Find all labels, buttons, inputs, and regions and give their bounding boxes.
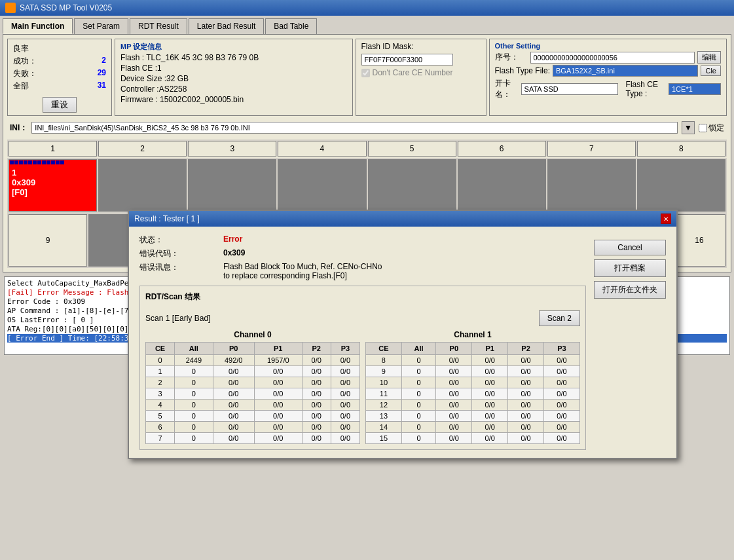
table-cell: 0/0 bbox=[436, 355, 472, 366]
scan1-label: Scan 1 [Early Bad] bbox=[145, 314, 210, 323]
table-cell: 0 bbox=[175, 411, 213, 422]
table-cell: 0 bbox=[401, 422, 436, 433]
table-cell: 4 bbox=[146, 400, 175, 411]
table-row: 1400/00/00/00/0 bbox=[366, 422, 580, 433]
table-cell: 0 bbox=[146, 355, 175, 366]
table-cell: 0/0 bbox=[472, 366, 508, 377]
ch1-header-all: All bbox=[401, 343, 436, 355]
table-cell: 0/0 bbox=[472, 433, 508, 444]
table-cell: 2 bbox=[146, 377, 175, 388]
ch1-header-p2: P2 bbox=[508, 343, 544, 355]
table-cell: 0/0 bbox=[436, 388, 472, 400]
scan-header-row: RDT/Scan 结果 bbox=[145, 291, 580, 307]
open-file-button[interactable]: 打开档案 bbox=[594, 259, 666, 277]
table-cell: 0/0 bbox=[544, 411, 580, 422]
table-cell: 0/0 bbox=[331, 433, 359, 444]
table-row: 1200/00/00/00/0 bbox=[366, 400, 580, 411]
table-cell: 0/0 bbox=[544, 377, 580, 388]
table-cell: 13 bbox=[366, 411, 402, 422]
table-cell: 0 bbox=[401, 355, 436, 366]
table-cell: 0/0 bbox=[472, 355, 508, 366]
table-cell: 0/0 bbox=[302, 400, 331, 411]
table-cell: 10 bbox=[366, 377, 402, 388]
ch0-header-all: All bbox=[175, 343, 213, 355]
table-cell: 0/0 bbox=[544, 422, 580, 433]
modal-titlebar: Result : Tester [ 1 ] ✕ bbox=[129, 211, 676, 227]
table-cell: 0/0 bbox=[331, 400, 359, 411]
table-cell: 0/0 bbox=[213, 377, 254, 388]
table-cell: 0/0 bbox=[254, 411, 302, 422]
table-row: 900/00/00/00/0 bbox=[366, 366, 580, 377]
table-cell: 11 bbox=[366, 388, 402, 400]
table-cell: 0 bbox=[175, 433, 213, 444]
table-cell: 0/0 bbox=[254, 433, 302, 444]
table-cell: 0/0 bbox=[472, 422, 508, 433]
table-cell: 12 bbox=[366, 400, 402, 411]
table-cell: 0/0 bbox=[436, 377, 472, 388]
table-cell: 0/0 bbox=[302, 422, 331, 433]
table-cell: 0/0 bbox=[508, 433, 544, 444]
cancel-button[interactable]: Cancel bbox=[594, 240, 666, 255]
table-row: 800/00/00/00/0 bbox=[366, 355, 580, 366]
open-folder-button[interactable]: 打开所在文件夹 bbox=[594, 281, 666, 299]
table-cell: 0/0 bbox=[331, 355, 359, 366]
ch0-header-p3: P3 bbox=[331, 343, 359, 355]
table-cell: 0/0 bbox=[544, 400, 580, 411]
table-cell: 0/0 bbox=[331, 366, 359, 377]
error-code-value: 0x309 bbox=[223, 248, 586, 259]
table-cell: 0/0 bbox=[331, 388, 359, 400]
table-cell: 15 bbox=[366, 433, 402, 444]
table-cell: 0/0 bbox=[331, 422, 359, 433]
ch0-header-ce: CE bbox=[146, 343, 175, 355]
modal-close-button[interactable]: ✕ bbox=[661, 214, 671, 224]
table-cell: 0/0 bbox=[213, 388, 254, 400]
table-cell: 8 bbox=[366, 355, 402, 366]
channel0-header-row: CE All P0 P1 P2 P3 bbox=[146, 343, 360, 355]
ch0-header-p1: P1 bbox=[254, 343, 302, 355]
table-cell: 0/0 bbox=[472, 400, 508, 411]
table-row: 300/00/00/00/0 bbox=[146, 388, 360, 400]
table-cell: 0/0 bbox=[213, 433, 254, 444]
table-cell: 1 bbox=[146, 366, 175, 377]
table-cell: 3 bbox=[146, 388, 175, 400]
table-cell: 0/0 bbox=[302, 433, 331, 444]
table-cell: 0/0 bbox=[254, 422, 302, 433]
table-cell: 0/0 bbox=[508, 377, 544, 388]
error-code-label: 错误代码： bbox=[139, 248, 218, 259]
table-row: 1500/00/00/00/0 bbox=[366, 433, 580, 444]
table-cell: 0/0 bbox=[213, 366, 254, 377]
channel0-title: Channel 0 bbox=[145, 330, 360, 339]
scan2-button[interactable]: Scan 2 bbox=[539, 310, 580, 326]
table-cell: 0/0 bbox=[302, 411, 331, 422]
table-cell: 0/0 bbox=[436, 400, 472, 411]
table-cell: 0/0 bbox=[213, 411, 254, 422]
table-cell: 0/0 bbox=[213, 400, 254, 411]
table-row: 1100/00/00/00/0 bbox=[366, 388, 580, 400]
table-cell: 0 bbox=[401, 388, 436, 400]
table-cell: 0/0 bbox=[544, 433, 580, 444]
scan1-row: Scan 1 [Early Bad] Scan 2 bbox=[145, 310, 580, 326]
table-cell: 0 bbox=[401, 366, 436, 377]
channel1-table: CE All P0 P1 P2 P3 bbox=[365, 342, 580, 444]
modal-left: 状态： Error 错误代码： 0x309 错误讯息： Flash Bad Bl… bbox=[139, 234, 586, 450]
channel0-table: CE All P0 P1 P2 P3 bbox=[145, 342, 360, 444]
table-cell: 0/0 bbox=[254, 400, 302, 411]
table-cell: 0/0 bbox=[472, 411, 508, 422]
channel1-table-wrap: Channel 1 CE All P0 P1 bbox=[365, 330, 580, 444]
table-cell: 0/0 bbox=[436, 422, 472, 433]
table-cell: 0/0 bbox=[331, 411, 359, 422]
table-row: 500/00/00/00/0 bbox=[146, 411, 360, 422]
table-cell: 0/0 bbox=[436, 366, 472, 377]
modal-body: 状态： Error 错误代码： 0x309 错误讯息： Flash Bad Bl… bbox=[129, 227, 676, 458]
table-cell: 0/0 bbox=[508, 366, 544, 377]
table-cell: 0/0 bbox=[436, 411, 472, 422]
ch0-header-p2: P2 bbox=[302, 343, 331, 355]
table-row: 1300/00/00/00/0 bbox=[366, 411, 580, 422]
channel1-header-row: CE All P0 P1 P2 P3 bbox=[366, 343, 580, 355]
table-cell: 0/0 bbox=[302, 366, 331, 377]
error-msg-line2: to replace corresponding Flash.[F0] bbox=[223, 271, 586, 280]
table-cell: 14 bbox=[366, 422, 402, 433]
status-info-grid: 状态： Error 错误代码： 0x309 错误讯息： Flash Bad Bl… bbox=[139, 234, 586, 280]
table-cell: 492/0 bbox=[213, 355, 254, 366]
scan-tables: Channel 0 CE All P0 P1 bbox=[145, 330, 580, 444]
